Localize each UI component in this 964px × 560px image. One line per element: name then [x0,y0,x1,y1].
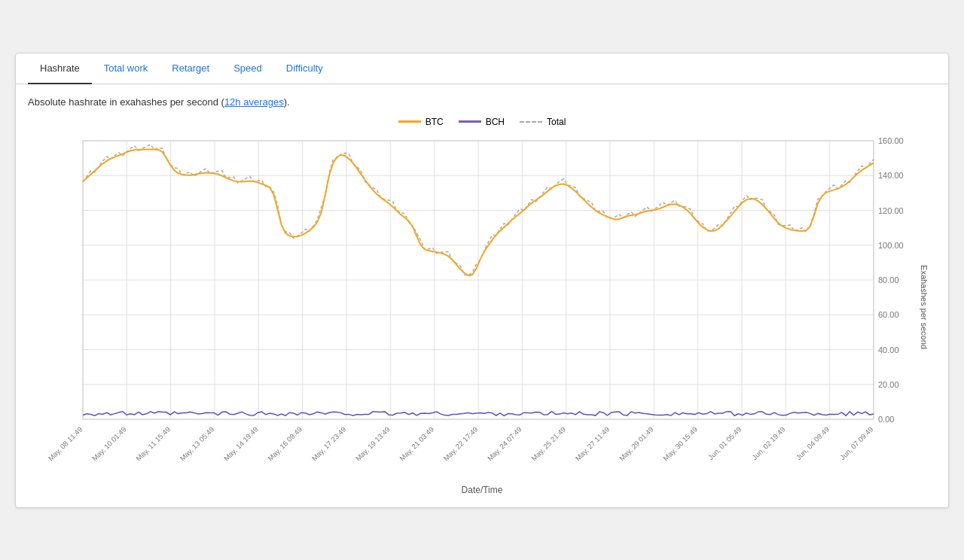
svg-text:40.00: 40.00 [878,345,899,354]
svg-text:May, 11 15:49: May, 11 15:49 [134,425,172,462]
total-label: Total [547,117,566,127]
svg-text:Jun, 07 09:49: Jun, 07 09:49 [838,425,874,461]
tab-hashrate[interactable]: Hashrate [28,53,92,84]
svg-text:160.00: 160.00 [878,136,904,145]
legend-bch: BCH [459,117,505,127]
svg-text:80.00: 80.00 [878,275,899,285]
svg-text:120.00: 120.00 [878,205,904,215]
bch-label: BCH [486,117,505,127]
tab-difficulty[interactable]: Difficulty [274,53,335,84]
svg-text:May, 29 01:49: May, 29 01:49 [618,425,655,462]
svg-text:0.00: 0.00 [878,415,894,424]
svg-text:May, 19 13:49: May, 19 13:49 [354,425,392,462]
svg-text:May, 13 05:49: May, 13 05:49 [178,425,216,462]
main-card: Hashrate Total work Retarget Speed Diffi… [15,53,949,508]
svg-text:May, 24 07:49: May, 24 07:49 [486,425,523,462]
svg-text:May, 17 23:49: May, 17 23:49 [310,425,348,462]
y-axis-label: Exahashes per second [920,265,929,349]
tab-total-work[interactable]: Total work [92,53,160,84]
x-axis-title: Date/Time [28,485,936,495]
tab-speed[interactable]: Speed [221,53,274,84]
legend-total: Total [520,117,566,127]
svg-text:May, 14 19:49: May, 14 19:49 [222,425,260,462]
svg-text:May, 25 21:49: May, 25 21:49 [529,425,567,462]
svg-text:60.00: 60.00 [878,310,899,319]
svg-text:May, 16 09:49: May, 16 09:49 [266,425,304,462]
svg-text:May, 22 17:49: May, 22 17:49 [442,425,480,462]
chart-area: Absolute hashrate in exahashes per secon… [16,84,948,507]
svg-text:May, 21 03:49: May, 21 03:49 [398,425,435,462]
tab-bar: Hashrate Total work Retarget Speed Diffi… [16,53,948,84]
chart-description: Absolute hashrate in exahashes per secon… [28,96,936,108]
svg-text:May, 08 11:49: May, 08 11:49 [47,425,84,462]
svg-text:May, 27 11:49: May, 27 11:49 [574,425,612,462]
tab-retarget[interactable]: Retarget [160,53,221,84]
svg-text:May, 30 15:49: May, 30 15:49 [661,425,699,462]
svg-text:100.00: 100.00 [878,240,904,249]
svg-text:140.00: 140.00 [878,171,904,180]
svg-text:Jun, 02 19:49: Jun, 02 19:49 [750,425,786,461]
svg-text:20.00: 20.00 [878,379,899,388]
btc-line-icon [398,120,421,123]
svg-text:May, 10 01:49: May, 10 01:49 [90,425,128,462]
bch-line-icon [459,120,481,123]
svg-text:Jun, 01 05:49: Jun, 01 05:49 [706,425,743,461]
legend-btc: BTC [398,117,444,127]
total-line-icon [520,121,542,123]
btc-label: BTC [426,117,444,127]
svg-text:Jun, 04 09:49: Jun, 04 09:49 [795,425,831,461]
chart-svg: 0.0020.0040.0060.0080.00100.00120.00140.… [28,133,936,479]
avg-link[interactable]: 12h averages [224,96,284,108]
chart-legend: BTC BCH Total [28,117,936,127]
